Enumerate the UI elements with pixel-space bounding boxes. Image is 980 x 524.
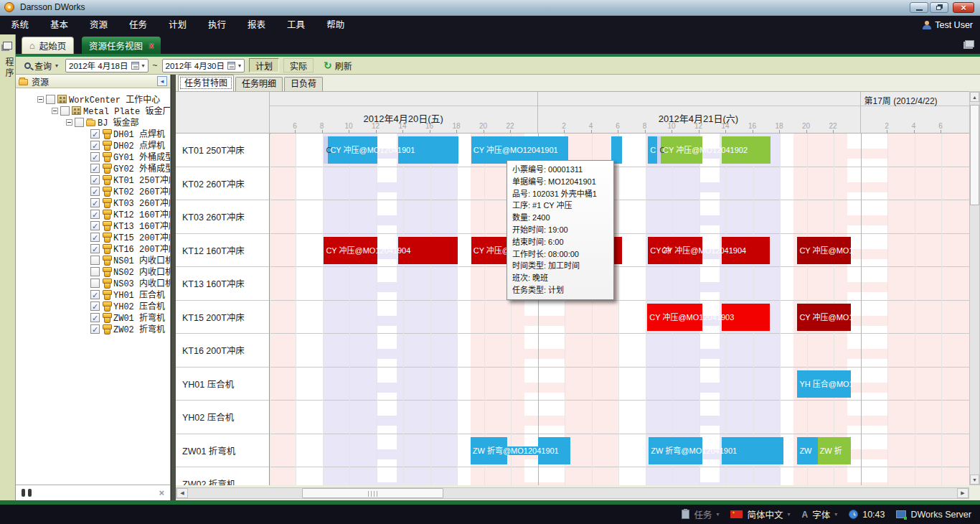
tree-checkbox[interactable]: ✓ bbox=[90, 152, 100, 162]
tree-checkbox[interactable]: ✓ bbox=[90, 175, 100, 184]
tree-checkbox[interactable] bbox=[90, 256, 100, 265]
tree-item[interactable]: ✓YH01 压合机 bbox=[16, 289, 170, 300]
resource-tree: WorkCenter 工作中心Metal Plate 钣金厂BJ 钣金部✓DH0… bbox=[16, 89, 170, 485]
tree-item[interactable]: ✓KT15 200T冲床 bbox=[16, 231, 170, 243]
tree-checkbox[interactable]: ✓ bbox=[90, 244, 100, 253]
view-tab-任务甘特图[interactable]: 任务甘特图 bbox=[178, 75, 234, 91]
machine-icon bbox=[102, 152, 111, 161]
menu-item-基本[interactable]: 基本 bbox=[39, 16, 79, 34]
tree-checkbox[interactable]: ✓ bbox=[90, 164, 100, 173]
close-icon[interactable]: × bbox=[159, 487, 164, 498]
tree-checkbox[interactable]: ✓ bbox=[90, 233, 100, 242]
tree-checkbox[interactable]: ✓ bbox=[90, 324, 100, 334]
status-item-10:43[interactable]: 10:43 bbox=[849, 510, 885, 520]
date-to-field[interactable]: 2012年 4月30日 ▾ bbox=[162, 59, 245, 72]
menu-item-帮助[interactable]: 帮助 bbox=[316, 16, 355, 34]
date-from-field[interactable]: 2012年 4月18日 ▾ bbox=[65, 59, 148, 72]
tree-checkbox[interactable]: ✓ bbox=[90, 313, 100, 322]
tree-checkbox[interactable]: ✓ bbox=[90, 301, 100, 311]
status-item-DWorks Server[interactable]: DWorks Server bbox=[896, 510, 971, 520]
tree-checkbox[interactable]: ✓ bbox=[90, 290, 100, 299]
vertical-scroll-thumb[interactable] bbox=[970, 105, 979, 205]
horizontal-scroll-thumb[interactable] bbox=[302, 488, 443, 498]
task-bar-label: ZW bbox=[799, 437, 811, 464]
task-bar-label: ZW 折弯@MO12041901 bbox=[473, 437, 559, 464]
tree-checkbox[interactable]: ✓ bbox=[90, 210, 100, 219]
menu-item-资源[interactable]: 资源 bbox=[79, 16, 118, 34]
view-tab-任务明细[interactable]: 任务明细 bbox=[235, 77, 283, 91]
tree-item[interactable]: WorkCenter 工作中心 bbox=[16, 93, 170, 105]
vertical-scrollbar[interactable]: ▲ ▼ bbox=[969, 91, 980, 485]
tree-checkbox[interactable] bbox=[75, 118, 84, 127]
tree-item[interactable]: Metal Plate 钣金厂 bbox=[16, 105, 170, 116]
current-user[interactable]: Test User bbox=[923, 16, 973, 34]
close-tab-icon[interactable]: x bbox=[149, 41, 154, 50]
tree-item[interactable]: NS01 内收口机 bbox=[16, 254, 170, 266]
scroll-left-icon[interactable]: ◀ bbox=[176, 488, 188, 498]
tree-item[interactable]: ✓YH02 压合机 bbox=[16, 300, 170, 312]
tab-resource-task-view[interactable]: 资源任务视图 x bbox=[82, 37, 161, 54]
status-item-字体[interactable]: A字体▾ bbox=[802, 507, 838, 521]
minimize-button[interactable] bbox=[910, 2, 928, 13]
tree-item[interactable]: ✓KT03 260T冲床 bbox=[16, 197, 170, 208]
tree-checkbox[interactable] bbox=[46, 95, 55, 104]
tree-expander-icon[interactable] bbox=[66, 119, 72, 126]
tree-expander-icon[interactable] bbox=[52, 108, 58, 114]
tree-item[interactable]: ✓KT12 160T冲床 bbox=[16, 208, 170, 220]
refresh-button[interactable]: ↻ 刷新 bbox=[324, 60, 352, 72]
machine-icon bbox=[102, 129, 111, 138]
scroll-right-icon[interactable]: ▶ bbox=[957, 488, 969, 498]
menu-item-计划[interactable]: 计划 bbox=[158, 16, 197, 34]
status-item-简体中文[interactable]: 简体中文▾ bbox=[730, 507, 790, 521]
tree-checkbox[interactable] bbox=[90, 267, 100, 276]
query-button[interactable]: 查询 ▾ bbox=[22, 59, 61, 72]
hour-tick-label: 12 bbox=[372, 122, 380, 130]
tree-checkbox[interactable] bbox=[90, 279, 100, 288]
tree-item[interactable]: NS03 内收口机 bbox=[16, 277, 170, 289]
tree-item[interactable]: ✓DH02 点焊机 bbox=[16, 139, 170, 151]
tree-item[interactable]: ✓KT02 260T冲床 bbox=[16, 185, 170, 197]
tree-item[interactable]: ✓ZW01 折弯机 bbox=[16, 312, 170, 323]
tree-item[interactable]: ✓KT13 160T冲床 bbox=[16, 220, 170, 231]
tree-item[interactable]: ✓DH01 点焊机 bbox=[16, 128, 170, 139]
tree-item[interactable]: NS02 内收口机 bbox=[16, 266, 170, 277]
cn-flag-icon bbox=[730, 510, 743, 518]
panel-splitter[interactable] bbox=[171, 75, 176, 500]
plan-toggle-button[interactable]: 计划 bbox=[249, 58, 279, 72]
tree-item[interactable]: BJ 钣金部 bbox=[16, 116, 170, 128]
tree-checkbox[interactable]: ✓ bbox=[90, 198, 100, 207]
window-list-icon[interactable] bbox=[965, 40, 974, 47]
tree-checkbox[interactable]: ✓ bbox=[90, 129, 100, 139]
close-button[interactable]: × bbox=[953, 2, 974, 13]
tab-home-page[interactable]: ⌂ 起始页 bbox=[22, 37, 74, 54]
tree-item[interactable]: ✓GY02 外桶成型机 bbox=[16, 162, 170, 174]
scroll-up-icon[interactable]: ▲ bbox=[970, 92, 979, 102]
tree-checkbox[interactable]: ✓ bbox=[90, 221, 100, 230]
tree-checkbox[interactable] bbox=[60, 106, 70, 116]
tooltip-line: 工作时长: 08:00:00 bbox=[512, 248, 608, 261]
status-item-label: 字体 bbox=[812, 507, 830, 521]
hour-tick-label: 20 bbox=[802, 122, 810, 130]
tree-expander-icon[interactable] bbox=[37, 96, 44, 103]
restore-button[interactable] bbox=[930, 2, 948, 13]
collapse-panel-button[interactable]: ◂ bbox=[157, 76, 167, 86]
menu-item-系统[interactable]: 系统 bbox=[0, 16, 39, 34]
tree-checkbox[interactable]: ✓ bbox=[90, 141, 100, 150]
scroll-down-icon[interactable]: ▼ bbox=[970, 474, 979, 485]
status-item-任务[interactable]: 任务▾ bbox=[682, 507, 719, 521]
tree-item[interactable]: ✓KT01 250T冲床 bbox=[16, 174, 170, 185]
binocular-icon[interactable] bbox=[22, 489, 32, 497]
tree-item[interactable]: ✓GY01 外桶成型机 bbox=[16, 151, 170, 162]
menu-item-任务[interactable]: 任务 bbox=[118, 16, 158, 34]
menu-item-执行[interactable]: 执行 bbox=[197, 16, 237, 34]
tree-item[interactable]: ✓ZW02 折弯机 bbox=[16, 323, 170, 334]
view-tab-日负荷[interactable]: 日负荷 bbox=[284, 77, 323, 91]
menu-item-工具[interactable]: 工具 bbox=[276, 16, 316, 34]
horizontal-scrollbar[interactable]: ◀ ▶ bbox=[176, 487, 969, 499]
hour-tick-label: 14 bbox=[398, 122, 406, 130]
actual-toggle-button[interactable]: 实际 bbox=[283, 58, 314, 72]
menu-item-报表[interactable]: 报表 bbox=[237, 16, 276, 34]
tree-checkbox[interactable]: ✓ bbox=[90, 187, 100, 196]
tree-item[interactable]: ✓KT16 200T冲床 bbox=[16, 243, 170, 254]
collapsed-panel-strip[interactable]: 程序 bbox=[0, 34, 16, 500]
